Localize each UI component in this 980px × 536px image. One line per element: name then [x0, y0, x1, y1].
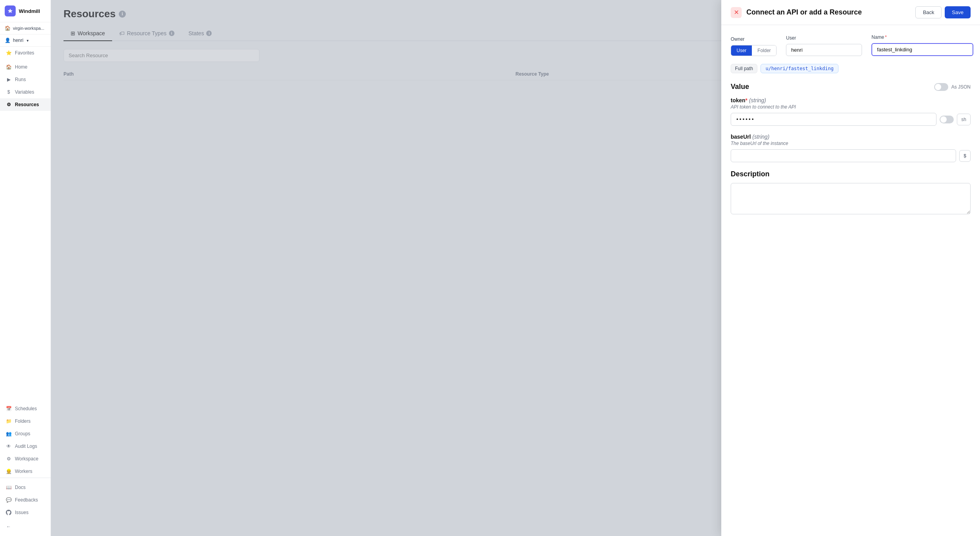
owner-label: Owner: [731, 36, 777, 42]
sidebar-item-docs[interactable]: 📖 Docs: [0, 481, 51, 494]
sidebar-item-folders[interactable]: 📁 Folders: [0, 415, 51, 427]
folder-icon: 📁: [5, 418, 12, 424]
grid-icon: ⚙: [5, 101, 12, 108]
sidebar-item-label: Groups: [15, 431, 30, 436]
sidebar-logo[interactable]: Windmill: [0, 0, 51, 22]
save-button[interactable]: Save: [945, 6, 971, 18]
token-field-desc: API token to connect to the API: [731, 104, 971, 110]
back-panel-button[interactable]: Back: [915, 6, 942, 18]
description-textarea[interactable]: [731, 183, 971, 214]
token-input[interactable]: [731, 113, 936, 126]
sidebar-item-label: Folders: [15, 418, 31, 424]
resource-panel: ✕ Connect an API or add a Resource Back …: [721, 0, 980, 536]
as-json-row: As JSON: [934, 83, 971, 91]
value-title: Value: [731, 83, 749, 91]
sidebar-item-feedbacks[interactable]: 💬 Feedbacks: [0, 494, 51, 506]
user-field: User: [786, 35, 862, 56]
token-input-row: sh: [731, 113, 971, 126]
sidebar-item-label: Workspace: [15, 456, 38, 462]
user-toggle-button[interactable]: User: [731, 45, 752, 56]
user-icon: 👤: [5, 38, 11, 43]
dollar-icon: $: [5, 89, 12, 95]
sidebar-item-schedules[interactable]: 📅 Schedules: [0, 402, 51, 415]
back-icon: ←: [5, 523, 12, 530]
value-section-header: Value As JSON: [731, 83, 971, 91]
user-input[interactable]: [786, 44, 862, 56]
sidebar-item-favorites[interactable]: ⭐ Favorites: [0, 47, 51, 59]
token-field-section: token* (string) API token to connect to …: [731, 97, 971, 126]
user-name: henri: [13, 38, 24, 43]
user-menu[interactable]: 👤 henri ▾: [0, 34, 51, 47]
sidebar-item-workspace[interactable]: ⚙ Workspace: [0, 453, 51, 465]
baseurl-field-name: baseUrl (string): [731, 134, 971, 140]
sidebar-bottom: 📅 Schedules 📁 Folders 👥 Groups 👁 Audit L…: [0, 402, 51, 536]
full-path-row: Full path u/henri/fastest_linkding: [731, 64, 971, 73]
workspace-name: virgin-workspa...: [13, 26, 44, 31]
github-icon: [5, 509, 12, 516]
workspace-icon: 🏠: [5, 25, 11, 31]
baseurl-input-row: $: [731, 149, 971, 162]
description-section: Description: [731, 170, 971, 215]
owner-field: Owner User Folder: [731, 36, 777, 56]
sidebar-item-issues[interactable]: Issues: [0, 506, 51, 519]
as-json-label: As JSON: [951, 84, 971, 90]
name-label: Name*: [871, 34, 973, 40]
token-show-toggle[interactable]: [940, 116, 954, 123]
book-icon: 📖: [5, 484, 12, 491]
star-icon: ⭐: [5, 50, 12, 56]
baseurl-field-desc: The baseUrl of the instance: [731, 141, 971, 146]
full-path-value: u/henri/fastest_linkding: [760, 64, 838, 73]
panel-header: ✕ Connect an API or add a Resource Back …: [721, 0, 980, 25]
sidebar-item-resources[interactable]: ⚙ Resources: [0, 98, 51, 111]
sidebar-item-label: Workers: [15, 469, 32, 474]
name-input[interactable]: [871, 43, 973, 56]
back-button[interactable]: ←: [0, 520, 51, 533]
folder-toggle-button[interactable]: Folder: [752, 45, 776, 56]
sidebar-item-runs[interactable]: ▶ Runs: [0, 73, 51, 86]
windmill-logo-icon: [5, 5, 16, 16]
sidebar-footer: 📖 Docs 💬 Feedbacks Issues ←: [0, 478, 51, 536]
baseurl-var-button[interactable]: $: [959, 150, 971, 162]
sidebar-item-label: Audit Logs: [15, 444, 37, 449]
panel-body: Owner User Folder User Name*: [721, 25, 980, 536]
sidebar-item-workers[interactable]: 👷 Workers: [0, 465, 51, 478]
baseurl-input[interactable]: [731, 149, 956, 162]
sidebar-item-label: Schedules: [15, 406, 37, 411]
calendar-icon: 📅: [5, 406, 12, 412]
toggle-knob: [935, 84, 941, 90]
token-show-button[interactable]: sh: [957, 114, 971, 125]
app-name: Windmill: [19, 8, 40, 14]
sidebar-item-label: Variables: [15, 89, 34, 95]
sidebar-item-label: Home: [15, 64, 27, 70]
panel-header-left: ✕ Connect an API or add a Resource: [731, 7, 862, 18]
close-button[interactable]: ✕: [731, 7, 742, 18]
sidebar-item-label: Issues: [15, 510, 29, 515]
sidebar: Windmill 🏠 virgin-workspa... 👤 henri ▾ ⭐…: [0, 0, 51, 536]
description-title: Description: [731, 170, 971, 178]
users-icon: 👥: [5, 431, 12, 437]
sidebar-nav: 🏠 Home ▶ Runs $ Variables ⚙ Resources: [0, 59, 51, 402]
panel-actions: Back Save: [915, 6, 971, 18]
home-icon: 🏠: [5, 64, 12, 70]
sidebar-item-label: Runs: [15, 77, 26, 82]
sidebar-item-audit-logs[interactable]: 👁 Audit Logs: [0, 440, 51, 453]
token-toggle-knob: [940, 116, 947, 123]
sidebar-item-groups[interactable]: 👥 Groups: [0, 427, 51, 440]
workspace-switcher[interactable]: 🏠 virgin-workspa...: [0, 22, 51, 34]
panel-title: Connect an API or add a Resource: [746, 8, 862, 16]
sidebar-item-variables[interactable]: $ Variables: [0, 86, 51, 98]
owner-toggle: User Folder: [731, 45, 777, 56]
sidebar-item-home[interactable]: 🏠 Home: [0, 61, 51, 73]
sidebar-item-label: Docs: [15, 485, 25, 490]
as-json-toggle[interactable]: [934, 83, 948, 91]
owner-row: Owner User Folder User Name*: [731, 34, 971, 56]
message-icon: 💬: [5, 497, 12, 503]
workers-icon: 👷: [5, 468, 12, 474]
sidebar-item-label: Feedbacks: [15, 497, 38, 503]
full-path-badge: Full path: [731, 64, 757, 73]
user-label: User: [786, 35, 862, 41]
play-icon: ▶: [5, 76, 12, 83]
sidebar-item-label: Resources: [15, 102, 39, 107]
eye-icon: 👁: [5, 443, 12, 449]
main-content: Resources ℹ ⊞ Workspace 🏷 Resource Types…: [51, 0, 980, 536]
